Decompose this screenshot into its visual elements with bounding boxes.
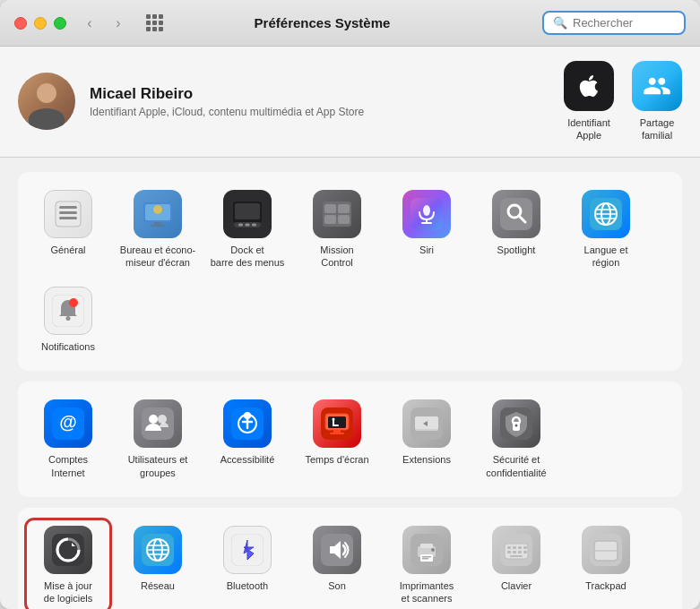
accounts-icon: @ [44, 399, 92, 448]
pref-language[interactable]: Langue etrégion [563, 183, 649, 277]
pref-notifications[interactable]: Notifications [25, 279, 111, 360]
svg-rect-12 [238, 223, 243, 226]
svg-rect-75 [422, 556, 431, 558]
notifications-label: Notifications [41, 340, 95, 353]
maximize-button[interactable] [54, 17, 66, 30]
pref-dock[interactable]: Dock etbarre des menus [204, 183, 290, 277]
users-label: Utilisateurs etgroupes [128, 453, 188, 479]
mission-icon [313, 190, 361, 238]
language-label: Langue etrégion [584, 244, 628, 270]
pref-mission[interactable]: MissionControl [294, 183, 380, 277]
section-1-grid: Général Bureau et écono-miseur d'écran [25, 183, 675, 361]
profile-name: Micael Ribeiro [90, 85, 549, 103]
extensions-label: Extensions [402, 453, 451, 466]
svg-rect-13 [246, 223, 250, 226]
svg-rect-83 [523, 546, 527, 549]
pref-trackpad[interactable]: Trackpad [563, 519, 649, 609]
svg-rect-7 [151, 225, 165, 227]
accessibility-icon [223, 399, 272, 448]
svg-rect-80 [507, 546, 511, 549]
svg-rect-87 [523, 551, 527, 553]
svg-rect-10 [235, 203, 260, 219]
notifications-icon [44, 287, 92, 335]
security-label: Sécurité etconfidentialité [486, 453, 546, 479]
svg-point-35 [69, 298, 78, 307]
pref-printers[interactable]: Imprimanteset scanners [384, 519, 470, 609]
mission-label: MissionControl [320, 244, 353, 270]
minimize-button[interactable] [34, 17, 47, 30]
pref-accessibility[interactable]: Accessibilité [204, 392, 290, 486]
pref-sound[interactable]: Son [294, 519, 380, 609]
screen-time-icon [313, 399, 361, 448]
pref-screen-time[interactable]: Temps d'écran [294, 392, 380, 486]
pref-users[interactable]: Utilisateurs etgroupes [115, 392, 201, 486]
desktop-label: Bureau et écono-miseur d'écran [120, 244, 195, 270]
back-button[interactable]: ‹ [77, 13, 102, 33]
svg-rect-18 [324, 215, 336, 224]
users-icon [134, 399, 182, 448]
svg-rect-17 [338, 204, 350, 213]
apple-id-item[interactable]: IdentifiantApple [564, 61, 614, 142]
svg-text:@: @ [59, 412, 77, 432]
search-bar[interactable]: 🔍 [542, 11, 686, 35]
svg-rect-73 [420, 544, 433, 548]
printers-icon [402, 526, 451, 574]
svg-rect-85 [513, 551, 516, 553]
svg-rect-81 [513, 546, 516, 549]
pref-security[interactable]: Sécurité etconfidentialité [473, 392, 559, 486]
siri-label: Siri [419, 244, 434, 256]
pref-desktop[interactable]: Bureau et écono-miseur d'écran [115, 183, 201, 277]
profile-section[interactable]: Micael Ribeiro Identifiant Apple, iCloud… [0, 47, 700, 158]
traffic-lights [14, 17, 66, 30]
profile-icons: IdentifiantApple Partagefamilial [564, 61, 682, 142]
dock-label: Dock etbarre des menus [211, 244, 285, 270]
svg-rect-1 [59, 206, 77, 209]
pref-accounts[interactable]: @ ComptesInternet [25, 392, 111, 486]
svg-rect-48 [330, 433, 344, 434]
spotlight-label: Spotlight [497, 244, 536, 256]
language-icon [582, 190, 630, 238]
svg-rect-82 [518, 546, 522, 549]
svg-rect-3 [59, 217, 77, 219]
pref-general[interactable]: Général [25, 183, 111, 277]
window-title: Préférences Système [102, 15, 542, 30]
family-sharing-item[interactable]: Partagefamilial [632, 61, 682, 142]
trackpad-icon [582, 526, 630, 574]
pref-keyboard[interactable]: Clavier [473, 519, 559, 609]
pref-extensions[interactable]: Extensions [384, 392, 470, 486]
profile-subtitle: Identifiant Apple, iCloud, contenu multi… [90, 106, 549, 118]
bluetooth-label: Bluetooth [227, 579, 268, 592]
svg-rect-84 [507, 551, 511, 553]
section-2-grid: @ ComptesInternet [25, 392, 675, 486]
close-button[interactable] [14, 17, 27, 30]
accounts-label: ComptesInternet [48, 453, 88, 479]
general-label: Général [50, 244, 85, 256]
search-input[interactable] [573, 16, 680, 30]
pref-bluetooth[interactable]: Bluetooth [204, 519, 290, 609]
svg-rect-54 [426, 416, 438, 429]
pref-spotlight[interactable]: Spotlight [473, 183, 559, 277]
svg-point-58 [515, 425, 518, 427]
printers-label: Imprimanteset scanners [400, 579, 454, 605]
network-icon [134, 526, 182, 574]
desktop-icon [134, 190, 182, 238]
network-label: Réseau [141, 579, 175, 592]
keyboard-label: Clavier [501, 579, 531, 592]
security-icon [492, 399, 540, 448]
sound-label: Son [328, 579, 346, 592]
family-sharing-icon-box [632, 61, 682, 111]
spotlight-icon [492, 190, 540, 238]
pref-update[interactable]: Mise à jourde logiciels [25, 519, 111, 609]
sound-icon [313, 526, 361, 574]
avatar [18, 73, 75, 130]
svg-rect-14 [252, 223, 256, 226]
svg-point-8 [153, 205, 162, 214]
section-2: @ ComptesInternet [18, 382, 682, 497]
dock-icon [223, 190, 272, 238]
profile-info: Micael Ribeiro Identifiant Apple, iCloud… [90, 85, 549, 118]
svg-point-40 [158, 415, 167, 424]
pref-siri[interactable]: Siri [384, 183, 470, 277]
pref-network[interactable]: Réseau [115, 519, 201, 609]
svg-rect-47 [333, 430, 341, 433]
accessibility-label: Accessibilité [220, 453, 275, 466]
